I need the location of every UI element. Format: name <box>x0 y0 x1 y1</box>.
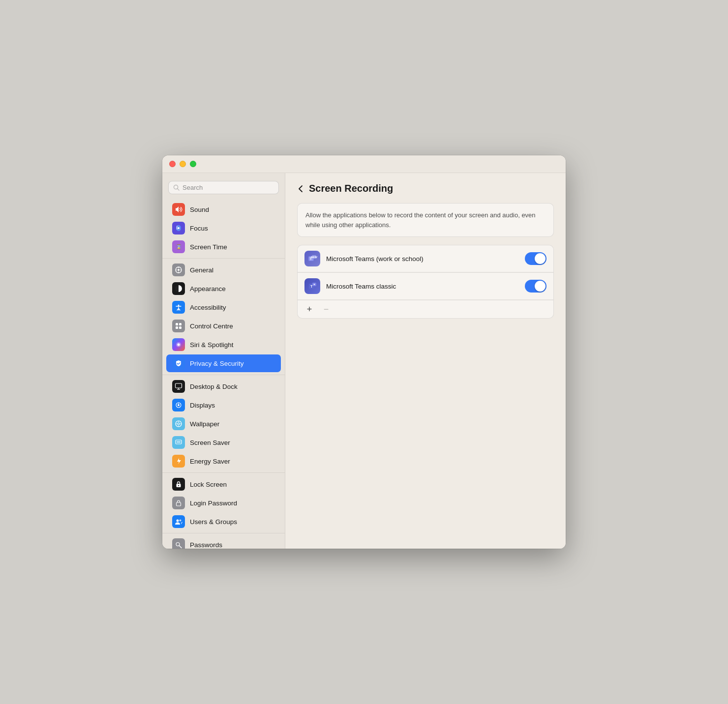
sidebar-item-privacy[interactable]: Privacy & Security <box>166 354 281 372</box>
teams-classic-icon: T <box>304 278 320 294</box>
minimize-button[interactable] <box>180 161 186 167</box>
loginpassword-icon <box>172 497 185 509</box>
search-icon <box>173 184 180 191</box>
svg-rect-13 <box>176 323 178 325</box>
sidebar-item-appearance[interactable]: Appearance <box>166 280 281 297</box>
sidebar-item-passwords[interactable]: Passwords <box>166 536 281 549</box>
main-content: Screen Recording Allow the applications … <box>285 173 566 549</box>
sidebar-item-desktop[interactable]: Desktop & Dock <box>166 378 281 395</box>
svg-line-38 <box>180 546 182 548</box>
svg-rect-33 <box>178 485 179 487</box>
svg-point-2 <box>178 227 180 229</box>
sidebar-wrapper: Search Sound Focus <box>162 173 285 549</box>
appearance-icon <box>172 282 185 295</box>
app-row-teams-classic: T Microsoft Teams classic <box>298 273 553 300</box>
sidebar-item-focus[interactable]: Focus <box>166 219 281 237</box>
sidebar-item-usersgroups[interactable]: Users & Groups <box>166 513 281 530</box>
screensaver-icon <box>172 436 185 449</box>
divider-3 <box>162 472 285 473</box>
search-placeholder: Search <box>182 184 203 191</box>
sidebar-item-label-displays: Displays <box>190 402 215 409</box>
sidebar-item-wallpaper[interactable]: Wallpaper <box>166 415 281 433</box>
svg-point-36 <box>180 520 182 522</box>
close-button[interactable] <box>169 161 176 167</box>
sidebar-item-general[interactable]: General <box>166 261 281 279</box>
sidebar-item-sound[interactable]: Sound <box>166 201 281 218</box>
app-row-teams-new: TNEW Microsoft Teams (work or school) <box>298 245 553 272</box>
svg-point-12 <box>178 305 180 306</box>
maximize-button[interactable] <box>190 161 196 167</box>
svg-rect-34 <box>177 502 181 506</box>
svg-text:⌛: ⌛ <box>176 244 182 250</box>
svg-point-35 <box>177 520 179 522</box>
sidebar-item-label-accessibility: Accessibility <box>190 304 226 311</box>
sidebar-item-label-focus: Focus <box>190 225 208 232</box>
sidebar-item-energysaver[interactable]: Energy Saver <box>166 452 281 470</box>
sidebar-item-label-energysaver: Energy Saver <box>190 458 230 465</box>
svg-rect-19 <box>176 383 182 388</box>
sidebar-item-label-loginpassword: Login Password <box>190 499 237 507</box>
svg-point-6 <box>178 269 180 271</box>
controlcentre-icon <box>172 320 185 332</box>
passwords-icon <box>172 538 185 549</box>
back-button[interactable] <box>297 184 304 194</box>
sidebar-item-loginpassword[interactable]: Login Password <box>166 494 281 512</box>
page-header: Screen Recording <box>297 183 554 194</box>
sidebar-item-siri[interactable]: Siri & Spotlight <box>166 336 281 353</box>
svg-point-23 <box>178 404 180 406</box>
focus-icon <box>172 222 185 235</box>
system-settings-window: Search Sound Focus <box>162 155 566 549</box>
wallpaper-icon <box>172 417 185 430</box>
actions-row: + − <box>298 300 553 318</box>
sidebar-item-displays[interactable]: Displays <box>166 396 281 414</box>
sidebar-item-label-screensaver: Screen Saver <box>190 439 230 446</box>
sidebar-item-lockscreen[interactable]: Lock Screen <box>166 475 281 493</box>
svg-rect-15 <box>176 326 178 329</box>
sidebar-item-accessibility[interactable]: Accessibility <box>166 298 281 316</box>
remove-app-button[interactable]: − <box>321 304 331 314</box>
sidebar-item-screentime[interactable]: ⌛ Screen Time <box>166 238 281 256</box>
svg-rect-16 <box>179 326 182 329</box>
sidebar: Search Sound Focus <box>162 173 285 549</box>
lockscreen-icon <box>172 478 185 491</box>
general-icon <box>172 264 185 276</box>
svg-line-1 <box>178 189 179 190</box>
sound-icon <box>172 203 185 216</box>
svg-point-37 <box>176 543 180 546</box>
sidebar-item-screensaver[interactable]: Screen Saver <box>166 434 281 451</box>
page-title: Screen Recording <box>309 183 393 194</box>
accessibility-icon <box>172 301 185 314</box>
sidebar-item-label-desktop: Desktop & Dock <box>190 383 238 390</box>
svg-rect-14 <box>179 323 182 325</box>
sidebar-item-label-appearance: Appearance <box>190 285 226 293</box>
sidebar-item-label-siri: Siri & Spotlight <box>190 341 234 349</box>
sidebar-item-label-sound: Sound <box>190 206 209 213</box>
teams-new-toggle[interactable] <box>525 252 546 265</box>
desktop-icon <box>172 380 185 393</box>
apps-list: TNEW Microsoft Teams (work or school) T … <box>297 245 554 319</box>
add-app-button[interactable]: + <box>304 304 314 314</box>
divider-2 <box>162 375 285 375</box>
titlebar <box>162 155 566 173</box>
sidebar-item-label-wallpaper: Wallpaper <box>190 420 219 428</box>
search-container: Search <box>162 179 285 200</box>
content-area: Search Sound Focus <box>162 173 566 549</box>
sidebar-item-label-general: General <box>190 266 213 274</box>
svg-point-52 <box>314 284 315 285</box>
search-box[interactable]: Search <box>168 181 279 194</box>
sidebar-item-label-privacy: Privacy & Security <box>190 360 244 367</box>
displays-icon <box>172 399 185 411</box>
teams-new-icon: TNEW <box>304 251 320 266</box>
svg-point-25 <box>178 423 180 425</box>
info-box: Allow the applications below to record t… <box>297 203 554 237</box>
divider-1 <box>162 258 285 259</box>
svg-point-18 <box>178 344 180 346</box>
info-text: Allow the applications below to record t… <box>305 210 546 230</box>
privacy-icon <box>172 357 185 370</box>
usersgroups-icon <box>172 515 185 528</box>
sidebar-item-label-lockscreen: Lock Screen <box>190 481 227 488</box>
sidebar-item-controlcentre[interactable]: Control Centre <box>166 317 281 335</box>
teams-new-name: Microsoft Teams (work or school) <box>326 255 519 263</box>
teams-classic-toggle[interactable] <box>525 280 546 293</box>
divider-4 <box>162 533 285 533</box>
